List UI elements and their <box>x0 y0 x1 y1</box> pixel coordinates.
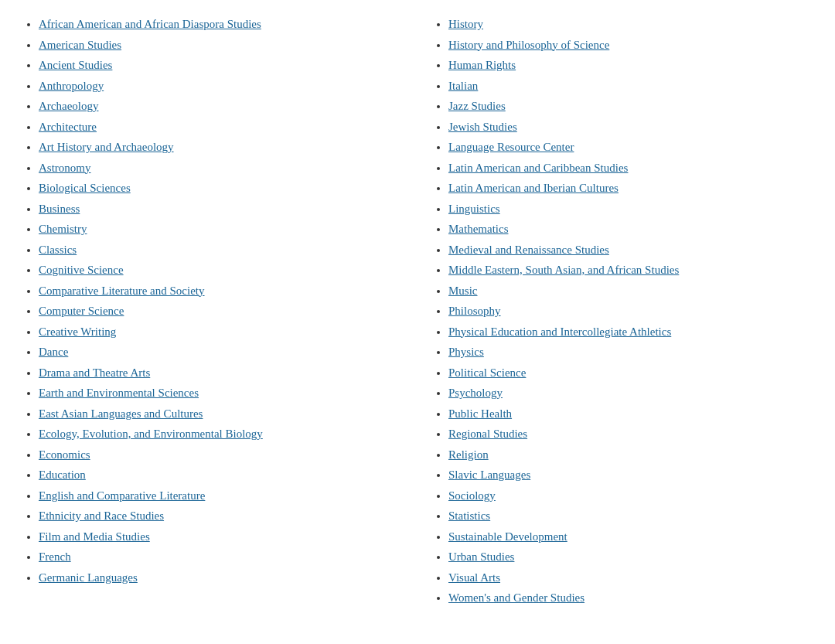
list-item: East Asian Languages and Cultures <box>39 405 402 423</box>
department-link[interactable]: Drama and Theatre Arts <box>39 366 150 379</box>
department-link[interactable]: Ecology, Evolution, and Environmental Bi… <box>39 428 263 440</box>
department-link[interactable]: Physics <box>448 346 484 358</box>
list-item: Economics <box>39 446 402 464</box>
department-link[interactable]: Linguistics <box>448 203 500 215</box>
list-item: Education <box>39 466 402 484</box>
department-link[interactable]: Religion <box>448 448 489 461</box>
list-item: Archaeology <box>39 97 402 115</box>
department-link[interactable]: Women's and Gender Studies <box>448 591 584 604</box>
department-link[interactable]: Statistics <box>448 509 490 522</box>
list-item: History <box>448 15 812 33</box>
department-link[interactable]: East Asian Languages and Cultures <box>39 407 203 420</box>
department-link[interactable]: Classics <box>39 244 77 256</box>
list-item: Slavic Languages <box>448 466 812 484</box>
department-link[interactable]: Medieval and Renaissance Studies <box>448 244 609 256</box>
department-link[interactable]: Italian <box>448 80 478 92</box>
department-link[interactable]: Middle Eastern, South Asian, and African… <box>448 264 679 276</box>
department-link[interactable]: Germanic Languages <box>39 571 138 584</box>
list-item: Latin American and Caribbean Studies <box>448 159 812 177</box>
department-link[interactable]: Urban Studies <box>448 550 514 563</box>
list-item: African American and African Diaspora St… <box>39 15 402 33</box>
list-item: Drama and Theatre Arts <box>39 364 402 382</box>
list-item: Middle Eastern, South Asian, and African… <box>448 261 812 279</box>
department-link[interactable]: Latin American and Iberian Cultures <box>448 182 619 194</box>
department-link[interactable]: Earth and Environmental Sciences <box>39 387 199 399</box>
department-link[interactable]: American Studies <box>39 39 121 51</box>
list-item: Jazz Studies <box>448 97 812 115</box>
department-link[interactable]: Slavic Languages <box>448 469 530 481</box>
department-link[interactable]: Creative Writing <box>39 325 116 338</box>
department-link[interactable]: Film and Media Studies <box>39 530 150 543</box>
list-item: Comparative Literature and Society <box>39 282 402 300</box>
list-item: Language Resource Center <box>448 138 812 156</box>
list-item: Physics <box>448 343 812 361</box>
list-item: Music <box>448 282 812 300</box>
list-item: Regional Studies <box>448 425 812 443</box>
department-link[interactable]: Regional Studies <box>448 428 527 440</box>
list-item: Germanic Languages <box>39 569 402 587</box>
department-link[interactable]: History <box>448 18 483 30</box>
department-link[interactable]: Jazz Studies <box>448 100 506 112</box>
list-item: Jewish Studies <box>448 118 812 136</box>
list-item: Linguistics <box>448 200 812 218</box>
list-item: Latin American and Iberian Cultures <box>448 179 812 197</box>
department-link[interactable]: Sustainable Development <box>448 530 567 543</box>
list-item: Architecture <box>39 118 402 136</box>
department-link[interactable]: Public Health <box>448 407 512 420</box>
list-item: Anthropology <box>39 77 402 95</box>
department-link[interactable]: African American and African Diaspora St… <box>39 18 261 30</box>
department-link[interactable]: Cognitive Science <box>39 264 124 276</box>
department-link[interactable]: Education <box>39 469 86 481</box>
department-link[interactable]: Architecture <box>39 121 97 133</box>
departments-columns: African American and African Diaspora St… <box>23 15 812 610</box>
department-link[interactable]: Ethnicity and Race Studies <box>39 509 164 522</box>
right-column: HistoryHistory and Philosophy of Science… <box>433 15 812 610</box>
department-link[interactable]: Latin American and Caribbean Studies <box>448 162 628 174</box>
list-item: Political Science <box>448 364 812 382</box>
department-link[interactable]: Jewish Studies <box>448 121 517 133</box>
department-link[interactable]: Astronomy <box>39 162 91 174</box>
list-item: Ethnicity and Race Studies <box>39 507 402 525</box>
department-link[interactable]: Comparative Literature and Society <box>39 285 205 297</box>
list-item: Philosophy <box>448 302 812 320</box>
department-link[interactable]: Visual Arts <box>448 571 500 584</box>
department-link[interactable]: Computer Science <box>39 305 124 317</box>
department-link[interactable]: Ancient Studies <box>39 59 112 71</box>
list-item: Art History and Archaeology <box>39 138 402 156</box>
department-link[interactable]: Political Science <box>448 366 526 379</box>
list-item: English and Comparative Literature <box>39 487 402 505</box>
list-item: French <box>39 548 402 566</box>
list-item: Chemistry <box>39 220 402 238</box>
list-item: Religion <box>448 446 812 464</box>
department-link[interactable]: Physical Education and Intercollegiate A… <box>448 325 671 338</box>
department-link[interactable]: English and Comparative Literature <box>39 489 205 502</box>
department-link[interactable]: Anthropology <box>39 80 104 92</box>
department-link[interactable]: Language Resource Center <box>448 141 574 153</box>
department-link[interactable]: Music <box>448 285 478 297</box>
list-item: Astronomy <box>39 159 402 177</box>
list-item: Computer Science <box>39 302 402 320</box>
department-link[interactable]: Art History and Archaeology <box>39 141 174 153</box>
list-item: Statistics <box>448 507 812 525</box>
list-item: Ecology, Evolution, and Environmental Bi… <box>39 425 402 443</box>
department-link[interactable]: Human Rights <box>448 59 516 71</box>
list-item: Classics <box>39 241 402 259</box>
list-item: Women's and Gender Studies <box>448 589 812 607</box>
department-link[interactable]: Business <box>39 203 80 215</box>
list-item: History and Philosophy of Science <box>448 36 812 54</box>
department-link[interactable]: Philosophy <box>448 305 501 317</box>
department-link[interactable]: Mathematics <box>448 223 508 235</box>
department-link[interactable]: History and Philosophy of Science <box>448 39 609 51</box>
list-item: Cognitive Science <box>39 261 402 279</box>
list-item: Medieval and Renaissance Studies <box>448 241 812 259</box>
department-link[interactable]: Psychology <box>448 387 503 399</box>
department-link[interactable]: Dance <box>39 346 68 358</box>
department-link[interactable]: Chemistry <box>39 223 87 235</box>
list-item: Mathematics <box>448 220 812 238</box>
department-link[interactable]: French <box>39 550 71 563</box>
department-link[interactable]: Archaeology <box>39 100 98 112</box>
list-item: Human Rights <box>448 56 812 74</box>
department-link[interactable]: Sociology <box>448 489 496 502</box>
department-link[interactable]: Economics <box>39 448 90 461</box>
department-link[interactable]: Biological Sciences <box>39 182 131 194</box>
